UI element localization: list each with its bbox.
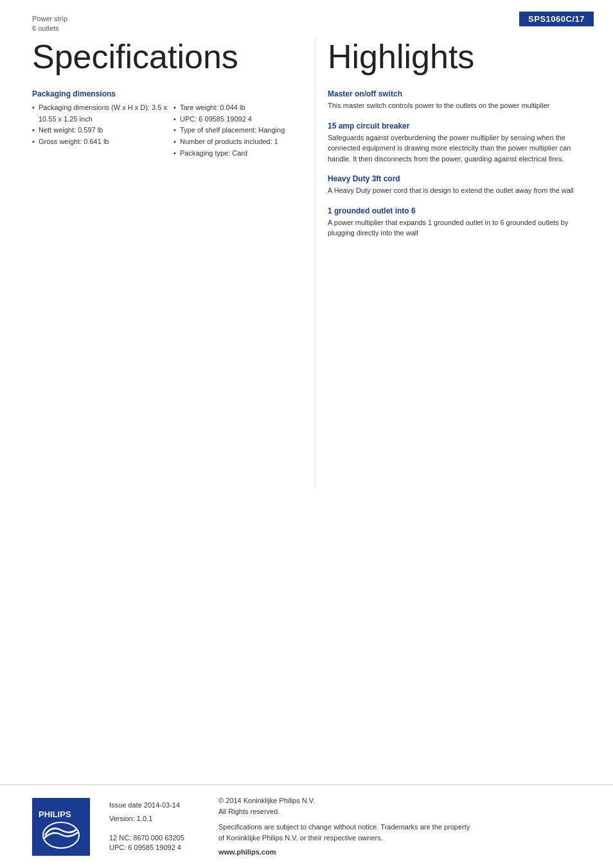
highlight-heading: Master on/off switch	[328, 89, 591, 98]
svg-rect-0	[32, 798, 90, 856]
highlights-column: Highlights Master on/off switchThis mast…	[328, 39, 591, 249]
column-divider	[315, 39, 315, 489]
spec-list-col1: Packaging dimensions (W x H x D): 3.5 x …	[32, 102, 167, 147]
svg-text:PHILIPS: PHILIPS	[39, 809, 71, 819]
product-type: Power strip 6 outlets	[32, 14, 67, 34]
philips-logo: PHILIPS	[32, 798, 90, 856]
highlight-item: Master on/off switchThis master switch c…	[328, 89, 591, 111]
model-code: SPS1060C/17	[528, 14, 585, 24]
highlight-heading: 15 amp circuit breaker	[328, 122, 591, 131]
page-wrapper: SPS1060C/17 Power strip 6 outlets Specif…	[0, 0, 613, 868]
legal-text: Specifications are subject to change wit…	[218, 822, 475, 843]
highlight-text: A Heavy Duty power cord that is design t…	[328, 185, 591, 196]
product-sub: 6 outlets	[32, 24, 67, 33]
website-link[interactable]: www.philips.com	[218, 848, 276, 856]
footer-legal: © 2014 Koninklijke Philips N.V. All Righ…	[218, 795, 475, 858]
highlight-text: Safeguards against overburdening the pow…	[328, 132, 591, 165]
version: Version: 1.0.1	[109, 814, 199, 824]
footer-meta: Issue date 2014-03-14 Version: 1.0.1 12 …	[109, 800, 199, 853]
spec-item: Gross weight: 0.641 lb	[32, 136, 167, 148]
highlight-heading: Heavy Duty 3ft cord	[328, 174, 591, 183]
highlight-heading: 1 grounded outlet into 6	[328, 206, 591, 215]
highlight-item: 1 grounded outlet into 6A power multipli…	[328, 206, 591, 239]
issue-date: Issue date 2014-03-14	[109, 800, 199, 810]
highlights-title: Highlights	[328, 39, 591, 75]
spec-col-left: Packaging dimensions (W x H x D): 3.5 x …	[32, 102, 173, 159]
spec-item: Tare weight: 0.044 lb	[173, 102, 308, 114]
spec-list-col2: Tare weight: 0.044 lbUPC: 6 09585 19092 …	[173, 102, 308, 159]
spec-item: UPC: 6 09585 19092 4	[173, 114, 308, 125]
spec-item: Nett weight: 0.597 lb	[32, 125, 167, 136]
copyright-line1: © 2014 Koninklijke Philips N.V.	[218, 795, 475, 806]
spec-item: Number of products included: 1	[173, 136, 308, 148]
spec-item: Packaging dimensions (W x H x D): 3.5 x …	[32, 102, 167, 125]
highlight-text: A power multiplier that expands 1 ground…	[328, 217, 591, 239]
nc-code: 12 NC: 8670 000 63205	[109, 833, 199, 843]
highlight-item: Heavy Duty 3ft cordA Heavy Duty power co…	[328, 174, 591, 196]
spec-item: Packaging type: Card	[173, 148, 308, 159]
packaging-dimensions-heading: Packaging dimensions	[32, 89, 315, 98]
highlights-container: Master on/off switchThis master switch c…	[328, 89, 591, 239]
spec-item: Type of shelf placement: Hanging	[173, 125, 308, 136]
model-code-bar: SPS1060C/17	[519, 12, 594, 26]
product-type-name: Power strip	[32, 14, 67, 24]
highlight-item: 15 amp circuit breakerSafeguards against…	[328, 122, 591, 165]
footer: PHILIPS Issue date 2014-03-14 Version: 1…	[0, 784, 613, 868]
upc-code: UPC: 6 09585 19092 4	[109, 843, 199, 853]
spec-columns: Packaging dimensions (W x H x D): 3.5 x …	[32, 102, 315, 159]
highlight-text: This master switch controls power to the…	[328, 100, 591, 111]
spec-col-right: Tare weight: 0.044 lbUPC: 6 09585 19092 …	[173, 102, 315, 159]
copyright-line2: All Rights reserved.	[218, 806, 475, 817]
specifications-title: Specifications	[32, 39, 315, 75]
specifications-column: Specifications Packaging dimensions Pack…	[32, 39, 315, 159]
